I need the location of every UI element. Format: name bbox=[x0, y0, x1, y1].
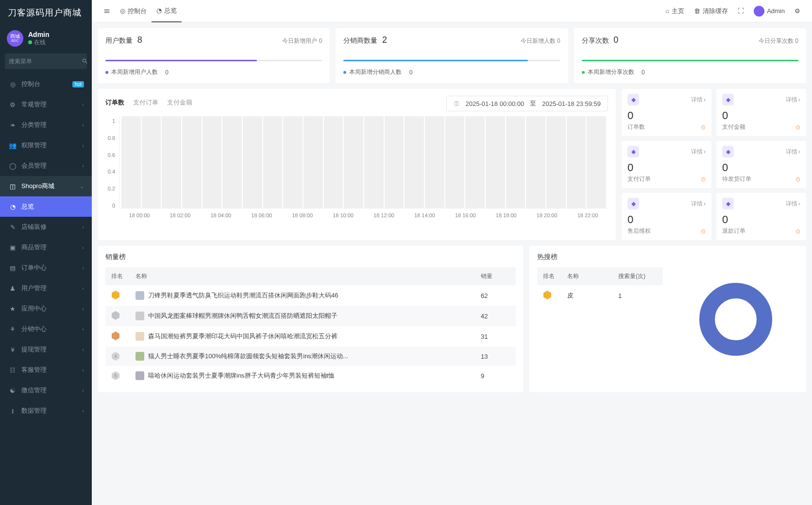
mini-card: ◆详情 ›0支付订单⊙ bbox=[622, 141, 711, 188]
mini-card: ◆详情 ›0待发货订单⊙ bbox=[716, 141, 806, 188]
chart-bar bbox=[425, 116, 444, 208]
detail-link[interactable]: 详情 › bbox=[786, 96, 800, 104]
warn-icon: ⊙ bbox=[795, 124, 800, 131]
warn-icon: ⊙ bbox=[701, 124, 706, 131]
chart-tab-orders[interactable]: 订单数 bbox=[105, 98, 124, 109]
mini-num: 0 bbox=[722, 109, 800, 122]
chevron-left-icon: ‹ bbox=[82, 347, 84, 352]
nav-apps[interactable]: ★ 应用中心 ‹ bbox=[0, 298, 92, 319]
stat-title: 分销商数量 bbox=[343, 36, 377, 44]
pie-icon: ◔ bbox=[156, 7, 162, 14]
sales-count: 31 bbox=[481, 333, 510, 340]
nav-permission[interactable]: 👥 权限管理 ‹ bbox=[0, 135, 92, 156]
rank-badge-icon bbox=[543, 290, 552, 300]
detail-link[interactable]: 详情 › bbox=[786, 148, 800, 156]
sidebar-search[interactable] bbox=[5, 53, 87, 69]
sales-count: 13 bbox=[481, 353, 510, 360]
detail-link[interactable]: 详情 › bbox=[786, 200, 800, 208]
tab-overview[interactable]: ◔ 总览 bbox=[152, 0, 182, 22]
nav-service[interactable]: ☷ 客服管理 ‹ bbox=[0, 360, 92, 380]
table-row[interactable]: 森马国潮短裤男夏季潮印花大码中国风裤子休闲嘻哈潮流宽松五分裤31 bbox=[105, 326, 516, 347]
nav-console[interactable]: ◎ 控制台 hot bbox=[0, 74, 92, 94]
rank-title: 销量榜 bbox=[105, 253, 516, 261]
mini-card: ◆详情 ›0售后维权⊙ bbox=[622, 193, 711, 240]
product-name: 猫人男士睡衣男夏季100%纯棉薄款圆领套头短袖套装男ins潮休闲运动... bbox=[148, 352, 348, 361]
brush-icon: ✎ bbox=[8, 224, 17, 231]
nav-orders[interactable]: ▤ 订单中心 ‹ bbox=[0, 258, 92, 278]
date-range-picker[interactable]: 🗓 2025-01-18 00:00:00 至 2025-01-18 23:59… bbox=[446, 96, 608, 111]
warn-icon: ⊙ bbox=[795, 176, 800, 183]
stat-foot: 本周新增分享次数 bbox=[588, 68, 634, 76]
chart-tab-amount[interactable]: 支付金额 bbox=[167, 98, 192, 109]
nav-wechat[interactable]: ☯ 微信管理 ‹ bbox=[0, 380, 92, 401]
home-link[interactable]: ⌂ 主页 bbox=[660, 7, 689, 16]
product-name: 嘻哈休闲运动套装男士夏季潮牌ins胖子大码青少年男装短裤短袖t恤 bbox=[148, 371, 335, 380]
chart-tab-paid[interactable]: 支付订单 bbox=[133, 98, 158, 109]
nav-label: 总览 bbox=[21, 202, 34, 211]
detail-link[interactable]: 详情 › bbox=[691, 200, 706, 208]
chart-bar bbox=[344, 116, 363, 208]
dashboard-icon: ◎ bbox=[8, 81, 17, 88]
clear-cache-label: 清除缓存 bbox=[703, 7, 728, 16]
search-icon[interactable] bbox=[82, 58, 88, 65]
nav-label: 微信管理 bbox=[21, 386, 47, 395]
chevron-left-icon: ‹ bbox=[82, 367, 84, 373]
nav-label: 数据管理 bbox=[21, 406, 47, 415]
chart-bar bbox=[142, 116, 161, 208]
nav-shopro[interactable]: ◫ Shopro商城 ⌄ bbox=[0, 176, 92, 196]
detail-link[interactable]: 详情 › bbox=[691, 96, 706, 104]
chart-bar bbox=[203, 116, 222, 208]
chart-bar bbox=[263, 116, 283, 208]
settings-toggle[interactable]: ⚙ bbox=[790, 7, 805, 15]
search-input[interactable] bbox=[9, 58, 82, 65]
table-row[interactable]: 中国风龙图案棒球帽男潮牌休闲鸭舌帽女潮流百搭防晒遮阳太阳帽子42 bbox=[105, 306, 516, 326]
user-menu[interactable]: Admin bbox=[749, 6, 790, 17]
user-block[interactable]: 商城 B2C Admin 在线 bbox=[0, 25, 92, 53]
rank-badge-icon bbox=[111, 290, 120, 300]
chevron-right-icon: › bbox=[798, 200, 800, 207]
chevron-left-icon: ‹ bbox=[82, 122, 84, 128]
clear-cache[interactable]: 🗑 清除缓存 bbox=[689, 7, 733, 16]
col-rank-header: 排名 bbox=[111, 272, 135, 280]
nav-overview[interactable]: ◔ 总览 bbox=[0, 196, 92, 217]
nav-withdraw[interactable]: ¥ 提现管理 ‹ bbox=[0, 339, 92, 360]
chevron-down-icon: ⌄ bbox=[80, 183, 84, 190]
dot-icon bbox=[105, 71, 108, 74]
nav-member[interactable]: ◯ 会员管理 ‹ bbox=[0, 156, 92, 176]
menu-toggle[interactable] bbox=[99, 8, 115, 15]
date-from: 2025-01-18 00:00:00 bbox=[466, 100, 524, 107]
stat-title: 用户数量 bbox=[105, 36, 133, 44]
bag-icon: ▣ bbox=[8, 244, 17, 251]
nav-distribution[interactable]: ⚘ 分销中心 ‹ bbox=[0, 319, 92, 339]
chart-bar bbox=[182, 116, 202, 208]
nav-goods[interactable]: ▣ 商品管理 ‹ bbox=[0, 237, 92, 258]
nav-decoration[interactable]: ✎ 店铺装修 ‹ bbox=[0, 217, 92, 237]
mini-card: ◆详情 ›0退款订单⊙ bbox=[716, 193, 806, 240]
nav-category[interactable]: ❧ 分类管理 ‹ bbox=[0, 115, 92, 135]
fullscreen-toggle[interactable]: ⛶ bbox=[733, 7, 749, 15]
table-row[interactable]: 皮1 bbox=[537, 285, 663, 306]
chart-bar bbox=[506, 116, 525, 208]
search-count: 1 bbox=[618, 292, 657, 299]
tab-label: 总览 bbox=[164, 6, 177, 15]
nav-users[interactable]: ♟ 用户管理 ‹ bbox=[0, 278, 92, 298]
card-icon: ◆ bbox=[722, 198, 734, 209]
chevron-left-icon: ‹ bbox=[82, 285, 84, 291]
detail-link[interactable]: 详情 › bbox=[691, 148, 706, 156]
dot-icon bbox=[343, 71, 346, 74]
chart-bar bbox=[445, 116, 465, 208]
table-row[interactable]: 刀锋男鞋夏季透气防臭飞织运动鞋男潮流百搭休闲网面跑步鞋大码4662 bbox=[105, 285, 516, 306]
nav-data[interactable]: ⫿ 数据管理 ‹ bbox=[0, 401, 92, 421]
dashboard-icon: ◎ bbox=[120, 7, 125, 15]
chevron-right-icon: › bbox=[704, 200, 706, 207]
tab-console[interactable]: ◎ 控制台 bbox=[115, 7, 152, 16]
user-icon: ♟ bbox=[8, 285, 17, 292]
nav-general[interactable]: ⚙ 常规管理 ‹ bbox=[0, 94, 92, 115]
progress-bar bbox=[582, 60, 798, 61]
user-name: Admin bbox=[28, 31, 50, 38]
product-thumb bbox=[135, 371, 144, 380]
avatar-icon bbox=[754, 6, 764, 17]
table-row[interactable]: 5嘻哈休闲运动套装男士夏季潮牌ins胖子大码青少年男装短裤短袖t恤9 bbox=[105, 366, 516, 385]
stat-users: 用户数量 8 今日新增用户 0 本周新增用户人数 0 bbox=[98, 28, 330, 83]
table-row[interactable]: 4猫人男士睡衣男夏季100%纯棉薄款圆领套头短袖套装男ins潮休闲运动...13 bbox=[105, 347, 516, 366]
